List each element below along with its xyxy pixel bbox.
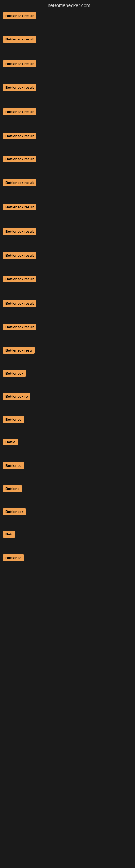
bottleneck-badge-21: Bottlene bbox=[3, 485, 22, 492]
bottleneck-item-16[interactable]: Bottleneck bbox=[3, 370, 26, 378]
bottleneck-item-15[interactable]: Bottleneck resu bbox=[3, 347, 35, 355]
bottleneck-badge-17: Bottleneck re bbox=[3, 393, 30, 400]
bottleneck-item-18[interactable]: Bottlenec bbox=[3, 416, 24, 424]
bottleneck-item-12[interactable]: Bottleneck result bbox=[3, 276, 37, 283]
site-title-wrapper: TheBottlenecker.com Bottleneck resultBot… bbox=[0, 0, 135, 868]
bottleneck-item-22[interactable]: Bottleneck bbox=[3, 508, 26, 516]
bottleneck-item-13[interactable]: Bottleneck result bbox=[3, 300, 37, 308]
bottleneck-item-10[interactable]: Bottleneck result bbox=[3, 228, 37, 236]
bottleneck-item-1[interactable]: Bottleneck result bbox=[3, 12, 37, 20]
bottleneck-badge-18: Bottlenec bbox=[3, 416, 24, 423]
bottleneck-badge-13: Bottleneck result bbox=[3, 300, 37, 307]
site-title: TheBottlenecker.com bbox=[0, 0, 135, 12]
bottleneck-badge-22: Bottleneck bbox=[3, 508, 26, 515]
bottleneck-item-11[interactable]: Bottleneck result bbox=[3, 252, 37, 260]
bottleneck-badge-1: Bottleneck result bbox=[3, 12, 37, 19]
bottleneck-item-6[interactable]: Bottleneck result bbox=[3, 133, 37, 141]
bottleneck-item-9[interactable]: Bottleneck result bbox=[3, 204, 37, 212]
bottleneck-item-2[interactable]: Bottleneck result bbox=[3, 36, 37, 44]
bottleneck-badge-14: Bottleneck result bbox=[3, 323, 37, 330]
bottleneck-badge-8: Bottleneck result bbox=[3, 179, 37, 186]
bottleneck-badge-12: Bottleneck result bbox=[3, 276, 37, 282]
bottleneck-badge-20: Bottlenec bbox=[3, 462, 24, 469]
small-label: o bbox=[3, 708, 4, 711]
bottleneck-badge-9: Bottleneck result bbox=[3, 204, 37, 211]
bottleneck-item-24[interactable]: Bottlenec bbox=[3, 554, 24, 562]
bottleneck-item-5[interactable]: Bottleneck result bbox=[3, 108, 37, 116]
bottleneck-badge-19: Bottle bbox=[3, 439, 18, 445]
bottleneck-badge-2: Bottleneck result bbox=[3, 36, 37, 42]
bottleneck-badge-23: Bott bbox=[3, 531, 15, 538]
bottleneck-item-14[interactable]: Bottleneck result bbox=[3, 323, 37, 332]
bottleneck-badge-6: Bottleneck result bbox=[3, 133, 37, 140]
bottleneck-badge-7: Bottleneck result bbox=[3, 156, 37, 162]
bottleneck-badge-16: Bottleneck bbox=[3, 370, 26, 377]
bottleneck-item-4[interactable]: Bottleneck result bbox=[3, 84, 37, 92]
bottleneck-item-3[interactable]: Bottleneck result bbox=[3, 61, 37, 68]
bottleneck-badge-4: Bottleneck result bbox=[3, 84, 37, 91]
bottleneck-item-20[interactable]: Bottlenec bbox=[3, 462, 24, 470]
bottleneck-badge-5: Bottleneck result bbox=[3, 108, 37, 115]
bottleneck-item-7[interactable]: Bottleneck result bbox=[3, 156, 37, 163]
cursor-line bbox=[3, 579, 3, 584]
bottleneck-item-23[interactable]: Bott bbox=[3, 531, 15, 539]
bottleneck-badge-15: Bottleneck resu bbox=[3, 347, 35, 354]
bottleneck-item-21[interactable]: Bottlene bbox=[3, 485, 22, 493]
bottleneck-badge-11: Bottleneck result bbox=[3, 252, 37, 259]
bottleneck-badge-24: Bottlenec bbox=[3, 554, 24, 561]
bottleneck-badge-3: Bottleneck result bbox=[3, 61, 37, 67]
bottleneck-badge-10: Bottleneck result bbox=[3, 228, 37, 235]
bottleneck-item-17[interactable]: Bottleneck re bbox=[3, 393, 30, 401]
bottleneck-item-8[interactable]: Bottleneck result bbox=[3, 179, 37, 187]
bottleneck-item-19[interactable]: Bottle bbox=[3, 439, 18, 446]
